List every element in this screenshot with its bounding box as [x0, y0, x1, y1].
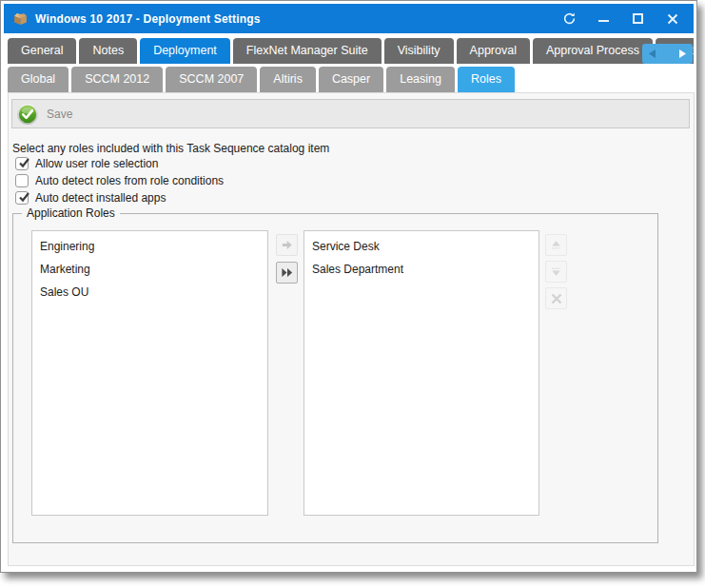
- checkmark-icon: [17, 190, 31, 205]
- maximize-icon: [633, 13, 643, 24]
- checkbox-label: Allow user role selection: [35, 157, 158, 170]
- save-icon: [16, 103, 39, 126]
- tab-approval-process[interactable]: Approval Process: [533, 38, 653, 64]
- save-button-label: Save: [47, 108, 72, 121]
- checkbox-box-checked: [15, 157, 29, 170]
- list-item[interactable]: Enginering: [32, 235, 267, 258]
- checkbox-auto-detect-roles[interactable]: Auto detect roles from role conditions: [15, 174, 224, 187]
- groupbox-legend: Application Roles: [22, 206, 120, 220]
- refresh-button[interactable]: [562, 11, 577, 26]
- double-right-arrow-icon: [280, 265, 294, 280]
- move-down-icon: [549, 265, 563, 279]
- checkbox-label: Auto detect installed apps: [35, 191, 166, 205]
- move-up-button[interactable]: [545, 234, 567, 256]
- move-all-right-button[interactable]: [276, 262, 298, 284]
- tab-scroller: [642, 44, 693, 64]
- tab-leasing[interactable]: Leasing: [386, 67, 455, 92]
- list-item[interactable]: Service Desk: [304, 235, 539, 258]
- titlebar: Windows 10 2017 - Deployment Settings: [4, 4, 694, 33]
- delete-icon: [550, 292, 563, 305]
- roles-tab-panel: Save Select any roles included with this…: [8, 92, 695, 566]
- tab-flexnet-manager-suite[interactable]: FlexNet Manager Suite: [233, 38, 382, 64]
- tab-roles[interactable]: Roles: [458, 67, 515, 92]
- checkbox-auto-detect-installed-apps[interactable]: Auto detect installed apps: [15, 191, 166, 205]
- minimize-icon: [598, 20, 609, 22]
- available-roles-list: Enginering Marketing Sales OU: [32, 231, 267, 304]
- right-arrow-icon: [280, 238, 294, 252]
- tab-altiris[interactable]: Altiris: [260, 67, 316, 92]
- list-item[interactable]: Sales Department: [304, 258, 539, 281]
- tab-sccm-2007[interactable]: SCCM 2007: [166, 67, 257, 92]
- window-title: Windows 10 2017 - Deployment Settings: [35, 12, 261, 26]
- minimize-button[interactable]: [597, 11, 611, 26]
- checkbox-label: Auto detect roles from role conditions: [35, 174, 224, 187]
- deployment-settings-window: Windows 10 2017 - Deployment Settings: [0, 0, 697, 573]
- tab-global[interactable]: Global: [8, 67, 69, 92]
- list-item[interactable]: Marketing: [32, 258, 267, 281]
- tab-notes[interactable]: Notes: [79, 38, 137, 64]
- checkbox-allow-user-role-selection[interactable]: Allow user role selection: [15, 157, 158, 170]
- close-icon: [667, 13, 678, 25]
- selected-roles-listbox[interactable]: Service Desk Sales Department: [304, 230, 539, 516]
- move-right-button[interactable]: [276, 234, 298, 256]
- tab-approval[interactable]: Approval: [457, 38, 530, 64]
- tab-sccm-2012[interactable]: SCCM 2012: [71, 67, 163, 92]
- checkbox-box-checked: [15, 191, 29, 205]
- tab-deployment[interactable]: Deployment: [140, 38, 230, 64]
- order-buttons: [545, 234, 567, 309]
- tab-scroll-right-icon[interactable]: [679, 49, 686, 58]
- delete-button[interactable]: [545, 287, 567, 309]
- application-roles-groupbox: Application Roles Enginering Marketing S…: [12, 213, 658, 543]
- list-item[interactable]: Sales OU: [32, 281, 267, 304]
- tab-general[interactable]: General: [8, 38, 76, 64]
- tab-visibility[interactable]: Visibility: [384, 38, 454, 64]
- checkbox-box-unchecked: [15, 174, 29, 187]
- tab-casper[interactable]: Casper: [319, 67, 383, 92]
- close-button[interactable]: [665, 11, 679, 26]
- checkmark-icon: [17, 156, 31, 170]
- package-icon: [12, 10, 29, 27]
- refresh-icon: [562, 11, 577, 26]
- maximize-button[interactable]: [631, 11, 645, 26]
- save-button[interactable]: Save: [11, 99, 690, 128]
- roles-instruction-text: Select any roles included with this Task…: [12, 142, 329, 155]
- primary-tab-bar: General Notes Deployment FlexNet Manager…: [8, 38, 694, 64]
- move-up-icon: [549, 238, 563, 252]
- secondary-tab-bar: Global SCCM 2012 SCCM 2007 Altiris Caspe…: [8, 67, 694, 92]
- tab-scroll-left-icon[interactable]: [649, 49, 656, 58]
- available-roles-listbox[interactable]: Enginering Marketing Sales OU: [31, 230, 268, 516]
- window-controls: [562, 11, 685, 26]
- move-down-button[interactable]: [545, 261, 567, 283]
- transfer-buttons: [276, 234, 298, 284]
- selected-roles-list: Service Desk Sales Department: [304, 231, 539, 281]
